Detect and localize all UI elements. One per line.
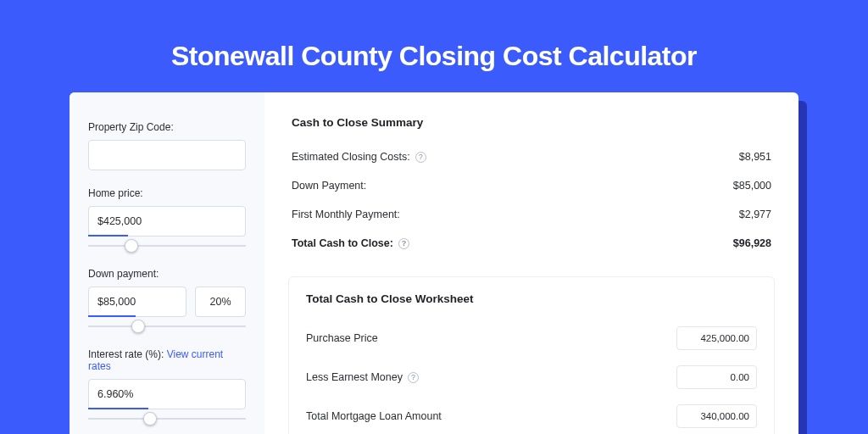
help-icon[interactable]: ? bbox=[415, 152, 426, 163]
help-icon[interactable]: ? bbox=[398, 238, 409, 249]
zip-label: Property Zip Code: bbox=[88, 121, 246, 133]
calculator-card-wrap: Property Zip Code: Home price: Down paym… bbox=[70, 92, 798, 434]
summary-label: Estimated Closing Costs: bbox=[292, 151, 410, 163]
interest-input[interactable] bbox=[88, 379, 246, 409]
down-payment-field: Down payment: bbox=[88, 268, 246, 331]
interest-label-text: Interest rate (%): bbox=[88, 348, 167, 360]
home-price-input[interactable] bbox=[88, 206, 246, 236]
summary-total-value: $96,928 bbox=[733, 237, 771, 249]
worksheet-row-purchase-price: Purchase Price bbox=[306, 319, 757, 358]
worksheet-label: Less Earnest Money bbox=[306, 371, 403, 383]
down-payment-slider[interactable] bbox=[88, 326, 246, 327]
interest-slider-fill bbox=[88, 408, 148, 409]
worksheet-section: Total Cash to Close Worksheet Purchase P… bbox=[288, 276, 775, 434]
inputs-panel: Property Zip Code: Home price: Down paym… bbox=[70, 92, 264, 434]
interest-label: Interest rate (%): View current rates bbox=[88, 348, 246, 372]
home-price-label: Home price: bbox=[88, 187, 246, 199]
summary-row-down-payment: Down Payment: $85,000 bbox=[292, 171, 771, 200]
home-price-slider[interactable] bbox=[88, 245, 246, 247]
summary-row-closing-costs: Estimated Closing Costs: ? $8,951 bbox=[292, 142, 771, 171]
down-payment-label: Down payment: bbox=[88, 268, 246, 280]
results-panel: Cash to Close Summary Estimated Closing … bbox=[264, 92, 798, 434]
summary-row-total: Total Cash to Close: ? $96,928 bbox=[292, 229, 771, 258]
worksheet-value-input[interactable] bbox=[676, 365, 757, 389]
worksheet-value-input[interactable] bbox=[676, 404, 757, 428]
help-icon[interactable]: ? bbox=[408, 372, 419, 383]
interest-field: Interest rate (%): View current rates bbox=[88, 348, 246, 424]
summary-label: First Monthly Payment: bbox=[292, 209, 400, 220]
summary-value: $8,951 bbox=[739, 151, 771, 163]
home-price-field: Home price: bbox=[88, 187, 246, 251]
summary-value: $85,000 bbox=[733, 180, 771, 192]
summary-value: $2,977 bbox=[739, 209, 771, 220]
home-price-slider-fill bbox=[88, 235, 128, 236]
summary-label: Down Payment: bbox=[292, 180, 366, 192]
down-payment-pct-input[interactable] bbox=[195, 287, 246, 317]
summary-row-first-payment: First Monthly Payment: $2,977 bbox=[292, 200, 771, 229]
worksheet-label: Total Mortgage Loan Amount bbox=[306, 410, 442, 422]
down-payment-slider-fill bbox=[88, 315, 136, 317]
summary-total-label: Total Cash to Close: bbox=[292, 237, 393, 249]
summary-section: Cash to Close Summary Estimated Closing … bbox=[288, 116, 775, 263]
worksheet-row-mortgage-amount: Total Mortgage Loan Amount bbox=[306, 397, 757, 434]
worksheet-row-earnest-money: Less Earnest Money ? bbox=[306, 358, 757, 397]
down-payment-input[interactable] bbox=[88, 287, 186, 317]
worksheet-label: Purchase Price bbox=[306, 332, 378, 344]
interest-slider[interactable] bbox=[88, 418, 246, 420]
page-title: Stonewall County Closing Cost Calculator bbox=[0, 0, 868, 92]
worksheet-value-input[interactable] bbox=[676, 326, 757, 350]
zip-input[interactable] bbox=[88, 140, 246, 170]
calculator-card: Property Zip Code: Home price: Down paym… bbox=[70, 92, 798, 434]
summary-heading: Cash to Close Summary bbox=[292, 116, 771, 129]
zip-field: Property Zip Code: bbox=[88, 121, 246, 170]
worksheet-heading: Total Cash to Close Worksheet bbox=[306, 292, 757, 305]
